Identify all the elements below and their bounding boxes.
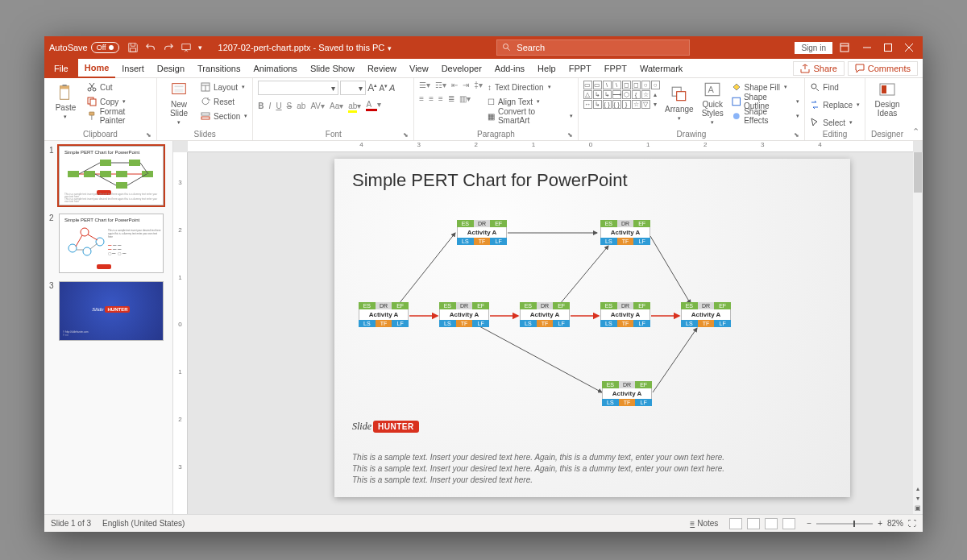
comments-button[interactable]: Comments: [848, 61, 918, 76]
format-painter-button[interactable]: Format Painter: [87, 110, 151, 122]
pert-node[interactable]: ESDREFActivity ALSTFLF: [439, 302, 489, 327]
align-center-button[interactable]: ≡: [429, 94, 434, 103]
grow-font-button[interactable]: A▴: [367, 82, 377, 93]
notes-button[interactable]: ≡Notes: [690, 519, 718, 528]
tab-fppt1[interactable]: FPPT: [562, 59, 598, 78]
pert-node[interactable]: ESDREFActivity ALSTFLF: [681, 302, 731, 327]
language[interactable]: English (United States): [102, 519, 185, 528]
bold-button[interactable]: B: [258, 102, 264, 110]
thumbnail-1[interactable]: 1 Simple PERT Chart for PowerPoint: [49, 146, 168, 205]
shadow-button[interactable]: ab: [297, 102, 305, 110]
quick-styles-button[interactable]: A Quick Styles▾: [699, 81, 727, 126]
tab-design[interactable]: Design: [151, 59, 191, 78]
reset-button[interactable]: Reset: [201, 95, 247, 108]
start-slideshow-icon[interactable]: [181, 42, 192, 53]
qa-more-icon[interactable]: ▾: [198, 44, 202, 52]
select-button[interactable]: Select▾: [810, 116, 860, 129]
tab-view[interactable]: View: [403, 59, 435, 78]
tab-review[interactable]: Review: [361, 59, 403, 78]
undo-icon[interactable]: [145, 42, 156, 53]
sign-in-button[interactable]: Sign in: [795, 42, 832, 54]
layout-button[interactable]: Layout▾: [201, 81, 247, 93]
pert-node[interactable]: ESDREFActivity ALSTFLF: [602, 381, 652, 406]
section-button[interactable]: Section▾: [201, 110, 247, 122]
reading-view-button[interactable]: [765, 518, 778, 529]
tab-fppt2[interactable]: FPPT: [598, 59, 633, 78]
sample-text[interactable]: This is a sample text. Insert your desir…: [352, 452, 832, 486]
bullets-button[interactable]: ☰▾: [419, 81, 430, 89]
thumbnail-2[interactable]: 2 Simple PERT Chart for PowerPoint This …: [49, 214, 168, 273]
design-ideas-button[interactable]: Design Ideas: [870, 81, 904, 118]
underline-button[interactable]: U: [276, 102, 281, 110]
search-box[interactable]: Search: [496, 39, 690, 56]
pert-node[interactable]: ESDREFActivity ALSTFLF: [600, 302, 650, 327]
share-button[interactable]: Share: [793, 61, 844, 76]
collapse-ribbon-button[interactable]: ⌃: [909, 78, 923, 140]
thumbnail-3[interactable]: 3 Slide HUNTER © http://slidehunter.com©…: [49, 281, 168, 341]
ribbon-display-icon[interactable]: [839, 42, 850, 53]
arrange-button[interactable]: Arrange▾: [665, 81, 694, 126]
minimize-button[interactable]: [863, 44, 871, 52]
document-title[interactable]: 1207-02-pert-chart.pptx - Saved to this …: [218, 43, 392, 52]
italic-button[interactable]: I: [269, 102, 272, 110]
cut-button[interactable]: Cut: [87, 81, 151, 93]
tab-addins[interactable]: Add-ins: [488, 59, 531, 78]
tab-file[interactable]: File: [44, 59, 78, 78]
columns-button[interactable]: ▥▾: [459, 94, 471, 103]
pert-node[interactable]: ESDREFActivity ALSTFLF: [520, 302, 570, 327]
tab-home[interactable]: Home: [78, 59, 116, 78]
save-icon[interactable]: [127, 42, 139, 53]
indent-inc-button[interactable]: ⇥: [463, 81, 469, 89]
shapes-gallery[interactable]: ▭▭\\◻◻○○ △↳↳⟶⬡{☆▴ ↔↳{ }{ }}☆▽▾: [583, 81, 660, 126]
highlight-button[interactable]: ab▾: [348, 102, 361, 110]
slideshow-view-button[interactable]: [782, 518, 795, 529]
pert-node[interactable]: ESDREFActivity ALSTFLF: [359, 302, 409, 327]
align-right-button[interactable]: ≡: [438, 94, 443, 103]
strike-button[interactable]: S: [287, 102, 293, 110]
convert-smartart-button[interactable]: ▦Convert to SmartArt▾: [488, 110, 573, 122]
pert-node[interactable]: ESDREFActivity ALSTFLF: [600, 220, 650, 245]
font-family-select[interactable]: ▾: [258, 81, 338, 95]
font-color-button[interactable]: A▾: [366, 100, 381, 111]
font-size-select[interactable]: ▾: [340, 81, 366, 95]
case-button[interactable]: Aa▾: [330, 102, 343, 110]
text-direction-button[interactable]: ↕Text Direction▾: [488, 81, 573, 93]
copy-button[interactable]: Copy▾: [87, 95, 151, 108]
shape-outline-button[interactable]: Shape Outline▾: [732, 95, 800, 108]
indent-dec-button[interactable]: ⇤: [451, 81, 458, 89]
tab-slideshow[interactable]: Slide Show: [304, 59, 361, 78]
shrink-font-button[interactable]: A▾: [379, 83, 388, 93]
normal-view-button[interactable]: [729, 518, 742, 529]
find-button[interactable]: Find: [810, 81, 860, 93]
fit-button[interactable]: ⛶: [908, 519, 916, 528]
shape-fill-button[interactable]: Shape Fill▾: [732, 81, 800, 93]
line-spacing-button[interactable]: ‡▾: [474, 81, 483, 89]
tab-animations[interactable]: Animations: [247, 59, 303, 78]
tab-watermark[interactable]: Watermark: [633, 59, 689, 78]
tab-help[interactable]: Help: [531, 59, 562, 78]
zoom-out-button[interactable]: −: [807, 519, 811, 528]
pert-node[interactable]: ESDREFActivity ALSTFLF: [457, 220, 507, 245]
tab-transitions[interactable]: Transitions: [191, 59, 247, 78]
replace-button[interactable]: Replace▾: [810, 98, 860, 111]
zoom-slider[interactable]: [816, 523, 873, 525]
align-text-button[interactable]: ☐Align Text▾: [488, 95, 573, 108]
tab-developer[interactable]: Developer: [435, 59, 488, 78]
zoom-control[interactable]: − + 82% ⛶: [807, 519, 916, 528]
justify-button[interactable]: ≣: [448, 94, 454, 103]
paste-button[interactable]: Paste▾: [49, 81, 82, 122]
zoom-in-button[interactable]: +: [878, 519, 882, 528]
sorter-view-button[interactable]: [747, 518, 760, 529]
tab-insert[interactable]: Insert: [115, 59, 151, 78]
close-button[interactable]: [905, 44, 913, 52]
clear-format-button[interactable]: A: [389, 83, 395, 93]
spacing-button[interactable]: AV▾: [310, 102, 325, 110]
align-left-button[interactable]: ≡: [419, 94, 424, 103]
slide-editor[interactable]: 432101234 3210123 ▴ ▾ ▣ Simple PERT Char…: [173, 141, 923, 514]
new-slide-button[interactable]: New Slide▾: [162, 81, 196, 126]
zoom-value[interactable]: 82%: [887, 519, 903, 528]
slide-count[interactable]: Slide 1 of 3: [51, 519, 91, 528]
maximize-button[interactable]: [884, 44, 892, 52]
shape-effects-button[interactable]: Shape Effects▾: [732, 110, 800, 122]
numbering-button[interactable]: ☶▾: [435, 81, 446, 89]
